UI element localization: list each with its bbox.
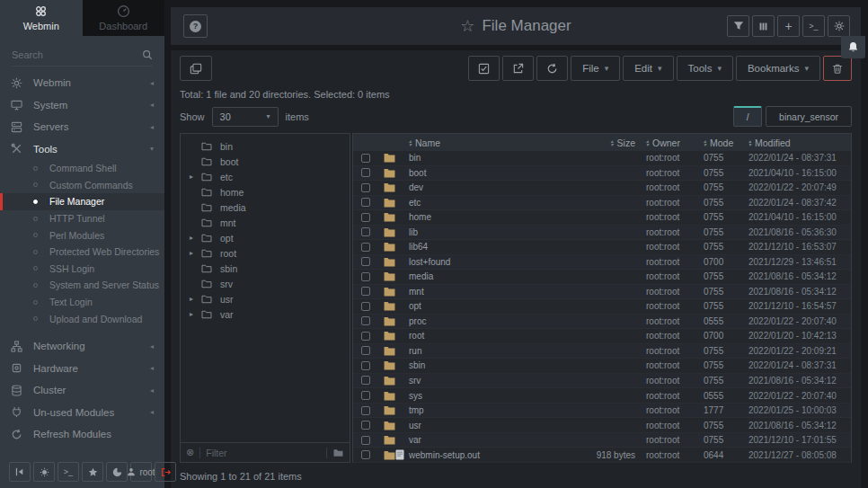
sidebar-subitem[interactable]: Command Shell (0, 160, 164, 177)
browse-folder-icon[interactable] (332, 448, 344, 457)
sidebar-category[interactable]: Un-used Modules (0, 401, 164, 423)
sidebar-category[interactable]: Webmin (0, 72, 164, 94)
paste-buffer-button[interactable] (180, 56, 212, 81)
tree-item[interactable]: ▸ var (181, 306, 350, 322)
breadcrumb-root[interactable]: / (733, 106, 762, 127)
table-row[interactable]: dev root:root 0755 2022/01/22 - 20:07:49 (353, 181, 851, 196)
table-row[interactable]: lib root:root 0755 2021/08/16 - 05:36:30 (353, 226, 851, 241)
filter-input[interactable]: Filter (206, 448, 321, 458)
row-checkbox[interactable] (361, 406, 370, 415)
sidebar-subitem[interactable]: SSH Login (0, 261, 164, 278)
tab-webmin[interactable]: Webmin (0, 0, 83, 36)
column-header-name[interactable]: ▴▾Name (409, 138, 560, 148)
tree-item[interactable]: ▸ media (181, 200, 350, 215)
table-row[interactable]: webmin-setup.out 918 bytes root:root 064… (353, 448, 851, 463)
row-checkbox[interactable] (361, 213, 370, 222)
row-checkbox[interactable] (361, 421, 370, 430)
language-button[interactable] (106, 462, 128, 482)
favorites-button[interactable] (82, 462, 103, 482)
theme-toggle-button[interactable] (33, 462, 55, 482)
menu-tools[interactable]: Tools▾ (677, 56, 733, 81)
export-button[interactable] (502, 56, 534, 81)
sidebar-category[interactable]: Cluster (0, 379, 164, 402)
user-button[interactable]: root (130, 462, 152, 482)
breadcrumb-current[interactable]: binary_sensor (766, 106, 852, 127)
table-row[interactable]: usr root:root 0755 2021/08/16 - 05:34:12 (353, 418, 851, 433)
refresh-button[interactable] (536, 56, 568, 81)
tree-item[interactable]: ▸ bin (181, 138, 350, 154)
table-row[interactable]: opt root:root 0755 2021/12/10 - 16:54:57 (353, 299, 851, 315)
sidebar-category[interactable]: Refresh Modules (0, 423, 164, 446)
row-checkbox[interactable] (361, 346, 370, 355)
tab-dashboard[interactable]: Dashboard (83, 0, 165, 36)
sidebar-subitem[interactable]: Upload and Download (0, 310, 164, 327)
collapse-sidebar-button[interactable] (9, 462, 31, 482)
row-checkbox[interactable] (361, 243, 370, 252)
row-checkbox[interactable] (361, 376, 370, 385)
favorite-star-icon[interactable]: ☆ (460, 17, 474, 35)
table-row[interactable]: run root:root 0755 2022/01/22 - 20:09:21 (353, 344, 851, 359)
table-row[interactable]: etc root:root 0755 2022/01/24 - 08:37:42 (353, 196, 851, 211)
columns-button[interactable] (752, 15, 775, 37)
tree-item[interactable]: ▸ etc (181, 169, 350, 184)
sidebar-category[interactable]: System (0, 94, 164, 117)
notifications-tab[interactable] (841, 36, 865, 58)
sidebar-subitem[interactable]: Protected Web Directories (0, 244, 164, 261)
table-row[interactable]: proc root:root 0555 2022/01/22 - 20:07:4… (353, 315, 851, 330)
tree-item[interactable]: ▸ boot (181, 154, 350, 169)
sidebar-category[interactable]: Tools (0, 138, 164, 161)
row-checkbox[interactable] (361, 168, 370, 177)
tree-item[interactable]: ▸ usr (181, 291, 350, 306)
sidebar-subitem[interactable]: System and Server Status (0, 277, 164, 294)
table-row[interactable]: lib64 root:root 0755 2021/12/10 - 16:53:… (353, 240, 851, 255)
sidebar-category[interactable]: Networking (0, 335, 164, 358)
table-row[interactable]: media root:root 0755 2021/08/16 - 05:34:… (353, 270, 851, 285)
tree-item[interactable]: ▸ opt (181, 230, 350, 245)
row-checkbox[interactable] (361, 436, 370, 445)
tree-item[interactable]: ▸ home (181, 184, 350, 200)
row-checkbox[interactable] (361, 257, 370, 266)
settings-button[interactable] (828, 15, 850, 37)
row-checkbox[interactable] (361, 316, 370, 325)
tree-item[interactable]: ▸ root (181, 245, 350, 261)
row-checkbox[interactable] (361, 272, 370, 281)
table-row[interactable]: srv root:root 0755 2021/08/16 - 05:34:12 (353, 374, 851, 389)
terminal-button[interactable]: >_ (802, 15, 825, 37)
table-row[interactable]: sys root:root 0555 2022/01/22 - 20:07:40 (353, 388, 851, 404)
table-row[interactable]: lost+found root:root 0700 2021/12/29 - 1… (353, 255, 851, 271)
row-checkbox[interactable] (361, 361, 370, 370)
tree-item[interactable]: ▸ srv (181, 276, 350, 291)
row-checkbox[interactable] (361, 332, 370, 341)
tree-item[interactable]: ▸ sbin (181, 261, 350, 276)
page-size-select[interactable]: 30 ▾ (212, 107, 279, 127)
shell-button[interactable]: >_ (58, 462, 79, 482)
row-checkbox[interactable] (361, 198, 370, 207)
row-checkbox[interactable] (361, 287, 370, 296)
add-button[interactable]: + (777, 15, 800, 37)
sidebar-subitem[interactable]: File Manager (0, 193, 164, 210)
clear-filter-icon[interactable]: ⊗ (186, 447, 194, 458)
trash-button[interactable] (823, 56, 852, 81)
sidebar-subitem[interactable]: Perl Modules (0, 226, 164, 244)
row-checkbox[interactable] (361, 227, 370, 236)
table-row[interactable]: home root:root 0755 2021/04/10 - 16:15:0… (353, 210, 851, 226)
table-row[interactable]: var root:root 0755 2021/12/10 - 17:01:55 (353, 433, 851, 448)
menu-edit[interactable]: Edit▾ (623, 56, 673, 81)
sidebar-category[interactable]: Hardware (0, 357, 164, 379)
help-button[interactable]: ? (183, 14, 208, 38)
sidebar-subitem[interactable]: HTTP Tunnel (0, 210, 164, 227)
sidebar-category[interactable]: Servers (0, 116, 164, 138)
column-header-mode[interactable]: ▴▾Mode (698, 138, 743, 148)
tree-item[interactable]: ▸ mnt (181, 215, 350, 230)
expand-arrow-icon[interactable]: ▸ (190, 295, 201, 303)
row-checkbox[interactable] (361, 391, 370, 400)
column-header-modified[interactable]: ▴▾Modified (743, 138, 851, 148)
menu-file[interactable]: File▾ (571, 56, 620, 81)
expand-arrow-icon[interactable]: ▸ (190, 249, 201, 257)
search-input[interactable] (12, 49, 142, 60)
table-row[interactable]: sbin root:root 0755 2022/01/24 - 08:37:3… (353, 359, 851, 374)
table-row[interactable]: mnt root:root 0755 2021/08/16 - 05:34:12 (353, 285, 851, 300)
table-row[interactable]: boot root:root 0755 2021/04/10 - 16:15:0… (353, 166, 851, 182)
logout-button[interactable] (155, 462, 176, 482)
row-checkbox[interactable] (361, 154, 370, 163)
